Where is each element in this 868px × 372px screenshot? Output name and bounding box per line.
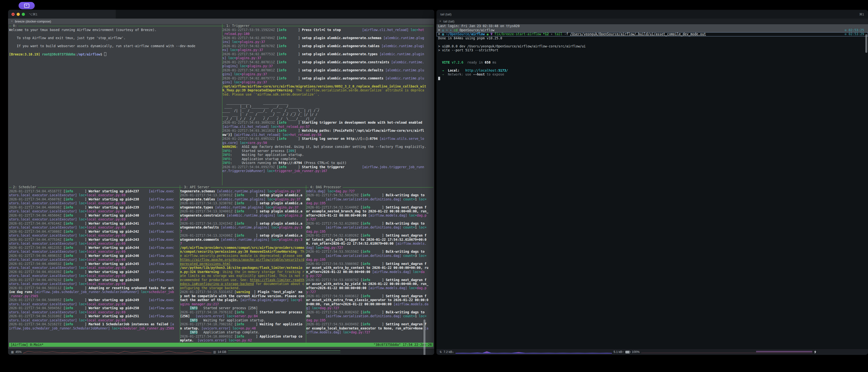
window-shortcut-badge: ⌥⌘1 (29, 12, 37, 16)
right-tab-bar[interactable]: × tail (tail) (436, 19, 868, 24)
left-status-bar: ▦ 45% ▥ 14 GB (8, 349, 434, 355)
pane-2-scheduler[interactable]: 2: Scheduler 2026-01-22T17:54:04.451677Z… (9, 185, 180, 343)
window-shortcut-badge: ⌘1 (859, 12, 864, 16)
pane-3-api-server[interactable]: 3: API Server togenerate.schemas [alembi… (180, 185, 306, 343)
pane-2-log[interactable]: 2026-01-22T17:54:04.451677Z [info ] Work… (9, 189, 176, 331)
network-icon: ⇅ (439, 350, 442, 354)
left-scrollbar[interactable] (424, 319, 426, 355)
left-terminal-window: ⌥⌘1 × breeze (docker-compose) 0: Welcome… (8, 10, 434, 355)
zoom-button[interactable] (22, 13, 25, 16)
tmux-bottom-row: 2: Scheduler 2026-01-22T17:54:04.451677Z… (9, 185, 433, 343)
right-window-titlebar[interactable]: tail (tail) ⌘1 (436, 10, 868, 19)
minimize-button[interactable] (17, 13, 20, 16)
memory-icon: ▥ (213, 350, 216, 354)
tab-close-icon[interactable]: × (439, 20, 441, 23)
pane-4-dag-processor[interactable]: 4: DAG Processor odels.dag] loc=dag.py:7… (306, 185, 433, 343)
desktop: ⌥⌘1 × breeze (docker-compose) 0: Welcome… (0, 0, 868, 372)
left-window-titlebar[interactable]: ⌥⌘1 (8, 10, 434, 19)
tmux-session-name: [Airflow] 0:Main* (10, 343, 43, 347)
left-tab-bar[interactable]: × breeze (docker-compose) (8, 19, 434, 24)
tmux-status-bar: [Airflow] 0:Main* "38c07375bb8a" 17:54 2… (9, 343, 433, 347)
charging-bolt-icon (814, 350, 816, 354)
memory-usage-value: 14 GB (218, 350, 226, 354)
right-terminal-content[interactable]: Last login: Fri Jan 23 02:33:48 on ttys0… (436, 24, 868, 349)
pane-2-title: 2: Scheduler (9, 185, 180, 189)
right-status-bar: ⇅ 7.2 kB↓ 5.1 kB↑ 100% (436, 349, 868, 355)
tmux-session: 0: Welcome to your tmux based running Ai… (8, 24, 434, 349)
pane-0-title: 0: (9, 24, 222, 28)
cpu-graph (23, 350, 211, 354)
tab-title: tail (tail) (443, 20, 455, 23)
screen-share-icon (24, 4, 29, 8)
pane-4-log[interactable]: odels.dag] loc=dag.py:7272026-01-22T17:5… (306, 189, 428, 335)
pane-4-title: 4: DAG Processor (306, 185, 433, 189)
battery-graph (641, 350, 812, 354)
pane-1-triggerer[interactable]: 1: Triggerer 2026-01-22T17:53:59.159224Z… (222, 24, 433, 185)
traffic-lights (11, 13, 25, 16)
close-button[interactable] (11, 13, 15, 16)
cpu-icon: ▦ (11, 350, 14, 354)
tmux-top-row: 0: Welcome to your tmux based running Ai… (9, 24, 433, 185)
tmux-host-clock: "38c07375bb8a" 17:54 22-Jan-26 (374, 343, 432, 347)
cpu-utilization-value: 45% (16, 350, 22, 354)
menubar-screen-pill[interactable] (19, 2, 35, 9)
right-scrollbar[interactable] (865, 34, 867, 53)
network-download-value: 7.2 kB↓ (443, 350, 454, 354)
window-title: tail (tail) (440, 12, 452, 16)
pane-3-log[interactable]: togenerate.schemas [alembic.runtime.plug… (180, 189, 304, 343)
tab-title: breeze (docker-compose) (15, 20, 51, 23)
tab-close-icon[interactable]: × (11, 20, 13, 23)
pane-1-log[interactable]: 2026-01-22T17:53:59.159224Z [info ] Pres… (222, 28, 426, 173)
memory-graph (228, 350, 340, 354)
battery-icon (625, 351, 630, 353)
pane-1-title: 1: Triggerer (222, 24, 433, 28)
network-graph (456, 350, 612, 354)
network-upload-value: 5.1 kB↑ (614, 350, 624, 354)
battery-percent-value: 100% (632, 350, 640, 354)
pane-0-log[interactable]: Welcome to your tmux based running Airfl… (9, 28, 222, 57)
right-terminal-window: tail (tail) ⌘1 × tail (tail) Last login:… (436, 10, 868, 355)
pane-0-main-shell[interactable]: 0: Welcome to your tmux based running Ai… (9, 24, 222, 185)
pane-3-title: 3: API Server (180, 185, 306, 189)
